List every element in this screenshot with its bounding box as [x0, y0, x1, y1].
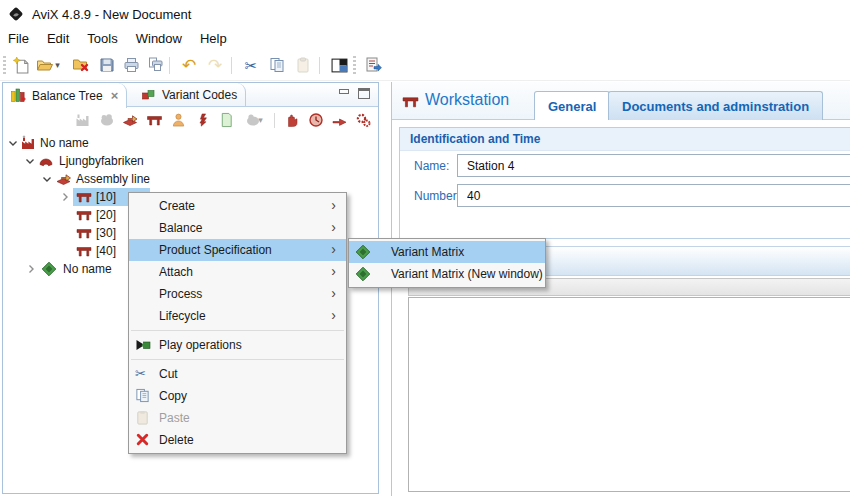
line-icon: [122, 112, 139, 128]
toolbar-separator: [274, 113, 275, 128]
variant-matrix-icon: [355, 244, 371, 260]
menu-separator: [131, 359, 344, 360]
view-buttons: [338, 88, 370, 99]
window-layout-button[interactable]: [327, 53, 351, 77]
menu-item-cut[interactable]: ✂ Cut: [129, 363, 346, 385]
create-balance-button[interactable]: [97, 111, 116, 130]
close-folder-button[interactable]: [69, 53, 93, 77]
menu-tools[interactable]: Tools: [87, 28, 127, 50]
workstation-editor: Workstation General Documents and admins…: [391, 82, 850, 496]
identification-section: Identification and Time Name: Number:: [399, 127, 850, 239]
chevron-expanded-icon[interactable]: [7, 137, 19, 149]
undo-button[interactable]: ↶: [177, 53, 201, 77]
menu-edit[interactable]: Edit: [47, 28, 79, 50]
toolbar-drag-handle[interactable]: [353, 56, 356, 75]
maximize-view-icon[interactable]: [358, 88, 370, 99]
menu-item-variant-matrix-new-window[interactable]: Variant Matrix (New window): [349, 263, 545, 285]
number-field[interactable]: [457, 184, 850, 207]
create-workstation-button[interactable]: [145, 111, 164, 130]
chevron-collapsed-icon[interactable]: [25, 263, 37, 275]
title-bar: AviX 4.8.9 - New Document: [0, 0, 850, 28]
create-tool-button[interactable]: [193, 111, 212, 130]
chevron-expanded-icon[interactable]: [24, 155, 36, 167]
tree-item-assembly-line[interactable]: Assembly line: [3, 170, 378, 188]
paste-button[interactable]: [291, 53, 315, 77]
close-folder-icon: [72, 57, 90, 73]
report-export-button[interactable]: [361, 53, 385, 77]
create-variant-button[interactable]: [241, 111, 267, 130]
menu-window[interactable]: Window: [136, 28, 192, 50]
settings-button[interactable]: [354, 111, 373, 130]
cut-button[interactable]: ✂: [239, 53, 263, 77]
menu-item-process[interactable]: Process: [129, 283, 346, 305]
create-document-button[interactable]: [217, 111, 236, 130]
menu-bar: File Edit Tools Window Help: [0, 28, 850, 50]
print-preview-button[interactable]: [143, 53, 167, 77]
copy-button[interactable]: [265, 53, 289, 77]
tree-item-label: No name: [40, 136, 89, 150]
clock-button[interactable]: [306, 111, 325, 130]
balance-tree-icon: [11, 88, 26, 103]
redo-button[interactable]: ↷: [203, 53, 227, 77]
factory-gray-icon: [74, 112, 91, 128]
menu-item-variant-matrix[interactable]: Variant Matrix: [349, 241, 545, 263]
chevron-collapsed-icon[interactable]: [59, 191, 71, 203]
tree-item-site[interactable]: Ljungbyfabriken: [3, 152, 378, 170]
variant-matrix-icon: [41, 261, 57, 277]
editor-header: Workstation General Documents and admins…: [392, 82, 850, 120]
tree-item-label: [40]: [96, 244, 116, 258]
chevron-expanded-icon[interactable]: [41, 173, 53, 185]
menu-item-paste[interactable]: Paste: [129, 407, 346, 429]
clock-icon: [308, 112, 324, 128]
toolbar-drag-handle[interactable]: [3, 56, 6, 75]
editor-title: Workstation: [425, 91, 509, 109]
tree-item-label: [20]: [96, 208, 116, 222]
save-button[interactable]: [95, 53, 119, 77]
copy-icon: [269, 57, 285, 73]
dropdown-arrow-icon: [55, 60, 60, 70]
menu-file[interactable]: File: [8, 28, 39, 50]
window-layout-icon: [331, 58, 348, 73]
print-button[interactable]: [119, 53, 143, 77]
toolbar-separator: [319, 57, 320, 74]
menu-item-lifecycle[interactable]: Lifecycle: [129, 305, 346, 327]
tab-balance-tree[interactable]: Balance Tree: [3, 83, 127, 108]
minimize-view-icon[interactable]: [338, 88, 350, 99]
tab-label: Documents and adminstration: [622, 99, 809, 114]
tool-icon: [196, 112, 210, 128]
menu-item-copy[interactable]: Copy: [129, 385, 346, 407]
tree-item-label: [10]: [96, 190, 116, 204]
factory-icon: [20, 135, 36, 151]
tab-label: Variant Codes: [162, 88, 237, 102]
stop-hand-button[interactable]: [282, 111, 301, 130]
tree-item-root[interactable]: No name: [3, 134, 378, 152]
tab-variant-codes[interactable]: Variant Codes: [133, 83, 246, 107]
create-operator-button[interactable]: [169, 111, 188, 130]
create-factory-button[interactable]: [73, 111, 92, 130]
tab-general[interactable]: General: [534, 91, 610, 120]
paste-icon: [295, 57, 311, 73]
new-document-button[interactable]: [9, 53, 33, 77]
tab-documents-administration[interactable]: Documents and adminstration: [608, 91, 823, 120]
menu-item-delete[interactable]: Delete: [129, 429, 346, 451]
menu-item-balance[interactable]: Balance: [129, 217, 346, 239]
menu-item-product-specification[interactable]: Product Specification: [129, 239, 346, 261]
open-dropdown-button[interactable]: [53, 53, 65, 77]
tab-close-icon[interactable]: [111, 88, 119, 103]
menu-item-play-operations[interactable]: Play operations: [129, 334, 346, 356]
name-field[interactable]: [457, 154, 850, 177]
delete-icon: [135, 432, 151, 448]
variant-matrix-icon: [355, 266, 371, 282]
menu-item-attach[interactable]: Attach: [129, 261, 346, 283]
toolbar-separator: [169, 57, 170, 74]
hand-point-button[interactable]: [330, 111, 349, 130]
avix-logo-icon: [8, 6, 24, 22]
main-toolbar: ↶ ↷ ✂: [0, 50, 850, 81]
workstation-icon: [402, 93, 419, 110]
operator-icon: [171, 112, 186, 128]
create-line-button[interactable]: [121, 111, 140, 130]
menu-help[interactable]: Help: [200, 28, 237, 50]
menu-item-create[interactable]: Create: [129, 195, 346, 217]
balance-tree-toolbar: [3, 108, 378, 132]
workstation-icon: [76, 243, 92, 259]
